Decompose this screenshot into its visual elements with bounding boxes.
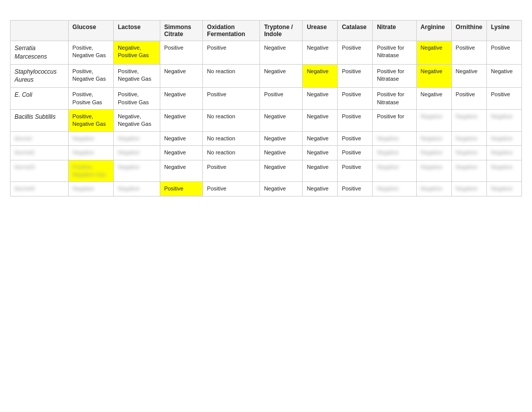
table-cell: Negative	[303, 64, 338, 88]
cell-organism: blurred2	[11, 146, 69, 160]
col-header-glucose: Glucose	[68, 21, 114, 41]
table-row: blurred4NegativeNegativePositivePositive…	[11, 182, 522, 196]
table-cell: Positive	[486, 88, 521, 110]
table-cell: Positive	[203, 88, 260, 110]
table-cell: Negative	[260, 41, 303, 65]
table-cell: Negative	[416, 131, 451, 145]
table-cell: No reaction	[203, 146, 260, 160]
table-cell: Negative	[68, 146, 114, 160]
table-cell: Positive	[338, 41, 373, 65]
table-cell: Negative	[68, 131, 114, 145]
table-cell: Negative	[451, 160, 486, 182]
col-header-oxidation: Oxidation Fermentation	[203, 21, 260, 41]
table-cell: Positive	[486, 41, 521, 65]
col-header-ornithine: Ornithine	[451, 21, 486, 41]
table-cell: Negative	[260, 160, 303, 182]
bacteria-table: Glucose Lactose Simmons Citrate Oxidatio…	[10, 20, 522, 196]
table-cell: Positive	[338, 88, 373, 110]
table-cell: Negative	[416, 182, 451, 196]
table-cell: Negative	[373, 160, 416, 182]
table-cell: Positive	[338, 146, 373, 160]
table-cell: Negative	[303, 88, 338, 110]
table-cell: Negative	[416, 146, 451, 160]
table-cell: No reaction	[203, 109, 260, 131]
table-cell: Negative	[486, 131, 521, 145]
table-cell: Negative	[373, 146, 416, 160]
table-cell: Negative	[303, 160, 338, 182]
table-cell: Positive, Positve Gas	[68, 88, 114, 110]
table-cell: Positive	[338, 109, 373, 131]
table-cell: Negative	[260, 64, 303, 88]
table-cell: Negative, Negative Gas	[114, 109, 160, 131]
table-cell: Negative	[486, 182, 521, 196]
table-row: Serratia MarcescensPositive, Negative Ga…	[11, 41, 522, 65]
table-cell: Positive	[203, 41, 260, 65]
table-cell: Negative	[486, 64, 521, 88]
table-cell: No reaction	[203, 64, 260, 88]
col-header-catalase: Catalase	[338, 21, 373, 41]
table-row: blurred3Positive, Negative GasNegativeNe…	[11, 160, 522, 182]
col-header-simmons: Simmons Citrate	[160, 21, 203, 41]
table-cell: Negative	[303, 41, 338, 65]
table-cell: Negative	[451, 146, 486, 160]
table-cell: Positive	[160, 182, 203, 196]
table-cell: Positive for	[373, 109, 416, 131]
table-cell: Positive	[203, 160, 260, 182]
table-row: blurredNegativeNegativeNegativeNo reacti…	[11, 131, 522, 145]
table-cell: Positive	[451, 41, 486, 65]
table-cell: Negative	[303, 146, 338, 160]
table-cell: Positive	[338, 131, 373, 145]
table-cell: Negative	[260, 182, 303, 196]
table-cell: Negative	[486, 160, 521, 182]
table-cell: Negative	[486, 146, 521, 160]
col-header-lysine: Lysine	[486, 21, 521, 41]
table-cell: Negative	[451, 131, 486, 145]
cell-organism: blurred	[11, 131, 69, 145]
table-cell: Negative	[303, 109, 338, 131]
table-cell: Negative	[160, 131, 203, 145]
table-cell: Negative	[416, 88, 451, 110]
table-row: blurred2NegativeNegativeNegativeNo react…	[11, 146, 522, 160]
table-cell: Negative	[114, 160, 160, 182]
main-table-container: Glucose Lactose Simmons Citrate Oxidatio…	[0, 20, 532, 196]
table-cell: Positive, Negative Gas	[68, 109, 114, 131]
table-cell: Negative	[160, 146, 203, 160]
table-row: Bacillis SubtillisPositive, Negative Gas…	[11, 109, 522, 131]
table-cell: Negative	[303, 182, 338, 196]
cell-organism: Staphylococcus Aureus	[11, 64, 69, 88]
col-header-arginine: Arginine	[416, 21, 451, 41]
table-cell: Positive	[338, 64, 373, 88]
table-cell: Positive	[451, 88, 486, 110]
table-row: Staphylococcus AureusPositive, Negative …	[11, 64, 522, 88]
table-cell: Negative	[416, 41, 451, 65]
table-cell: Negative	[416, 160, 451, 182]
table-cell: Negative	[114, 146, 160, 160]
cell-organism: E. Coli	[11, 88, 69, 110]
col-header-organism	[11, 21, 69, 41]
table-cell: Negative	[114, 131, 160, 145]
table-cell: Positive	[160, 41, 203, 65]
table-cell: Negative	[68, 182, 114, 196]
table-cell: Positive, Negative Gas	[68, 64, 114, 88]
table-cell: No reaction	[203, 131, 260, 145]
cell-organism: Bacillis Subtillis	[11, 109, 69, 131]
table-cell: Negative	[160, 88, 203, 110]
table-cell: Negative	[160, 109, 203, 131]
col-header-tryptone: Tryptone / Indole	[260, 21, 303, 41]
cell-organism: Serratia Marcescens	[11, 41, 69, 65]
table-cell: Negative	[160, 64, 203, 88]
table-row: E. ColiPositive, Positve GasPositive, Po…	[11, 88, 522, 110]
table-cell: Negative	[260, 131, 303, 145]
table-cell: Positive	[260, 88, 303, 110]
table-cell: Negative	[260, 146, 303, 160]
table-cell: Negative	[373, 182, 416, 196]
table-cell: Negative	[416, 109, 451, 131]
table-cell: Positive	[338, 160, 373, 182]
table-cell: Positive	[338, 182, 373, 196]
cell-organism: blurred3	[11, 160, 69, 182]
cell-organism: blurred4	[11, 182, 69, 196]
table-cell: Negative	[303, 131, 338, 145]
table-cell: Negative	[451, 182, 486, 196]
table-cell: Negative	[373, 131, 416, 145]
table-cell: Positive for Nitratase	[373, 41, 416, 65]
